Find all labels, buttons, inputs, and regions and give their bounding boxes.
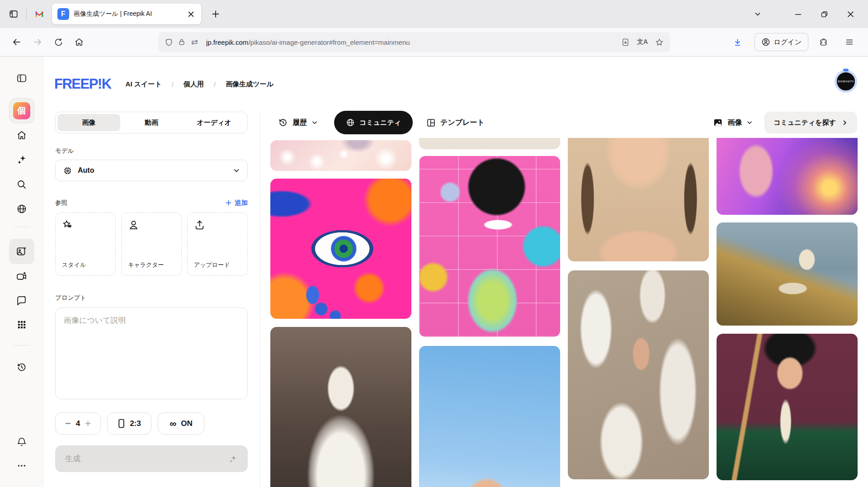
grid-image-pop-art-eye[interactable] — [270, 179, 411, 319]
image-count-stepper[interactable]: 4 — [55, 412, 101, 435]
model-label: モデル — [55, 147, 248, 155]
freepik-logo[interactable]: FREEP!K — [54, 76, 111, 92]
chevron-down-icon — [746, 119, 753, 126]
avatar[interactable]: BIGBIKETV — [835, 70, 857, 93]
grid-image-freckled-girl-glasses[interactable] — [568, 138, 709, 261]
tab-close-icon[interactable] — [185, 8, 197, 20]
history-label: 履歴 — [292, 118, 307, 128]
ai-sparkles-icon[interactable] — [12, 150, 32, 170]
lock-icon[interactable] — [178, 38, 186, 46]
template-label: テンプレート — [440, 118, 485, 128]
pinned-tab-gmail[interactable] — [30, 5, 48, 23]
explore-community-button[interactable]: コミュニティを探す — [764, 112, 857, 133]
grid-image-classical-statues[interactable] — [568, 270, 709, 479]
community-tab[interactable]: コミュニティ — [334, 111, 413, 134]
image-count-value: 4 — [76, 419, 80, 428]
breadcrumb-image-generator[interactable]: 画像生成ツール — [226, 80, 274, 89]
app-header: FREEP!K AI スイート / 個人用 / 画像生成ツール BIGBIKET… — [43, 57, 868, 112]
tab-video[interactable]: 動画 — [120, 114, 183, 131]
reference-style-button[interactable]: スタイル — [55, 213, 116, 276]
model-select[interactable]: Auto — [55, 160, 248, 181]
notifications-bell-icon[interactable] — [12, 432, 32, 452]
workspace-button[interactable]: 個 — [9, 98, 34, 123]
login-button[interactable]: ログイン — [755, 33, 808, 51]
globe-icon — [346, 118, 355, 127]
community-label: コミュニティ — [359, 118, 401, 127]
app-sidebar: 個 — [0, 57, 43, 487]
sidebar-item-ai-chat[interactable] — [12, 290, 32, 310]
template-tab[interactable]: テンプレート — [426, 118, 485, 128]
sidebar-toggle-icon[interactable] — [12, 68, 32, 88]
tab-title: 画像生成ツール | Freepik AI — [74, 10, 185, 18]
url-text[interactable]: jp.freepik.com/pikaso/ai-image-generator… — [206, 38, 621, 46]
globe-icon[interactable] — [12, 199, 32, 219]
sidebar-item-video-generator[interactable] — [12, 266, 32, 286]
minimize-button[interactable] — [785, 5, 811, 24]
grid-image-blonde-sunset[interactable] — [717, 138, 858, 215]
back-button[interactable] — [7, 33, 26, 51]
media-filter-dropdown[interactable]: 画像 — [713, 118, 753, 128]
tab-audio[interactable]: オーディオ — [183, 114, 245, 131]
grid-image-pink-sparkle-fragment[interactable] — [270, 140, 411, 171]
permissions-icon[interactable] — [190, 38, 199, 47]
tab-image[interactable]: 画像 — [57, 114, 120, 131]
home-button[interactable] — [70, 33, 89, 51]
window-close-button[interactable] — [837, 5, 863, 24]
gmail-icon — [34, 9, 44, 19]
upload-icon — [194, 219, 241, 231]
breadcrumb-personal[interactable]: 個人用 — [184, 80, 204, 89]
grid-image-noodle-portrait[interactable] — [717, 334, 858, 480]
reference-character-label: キャラクター — [128, 261, 175, 269]
menu-icon[interactable] — [840, 33, 859, 51]
sidebar-item-apps-grid[interactable] — [12, 315, 32, 335]
downloads-icon[interactable] — [728, 33, 747, 51]
active-tab[interactable]: F 画像生成ツール | Freepik AI — [52, 4, 201, 24]
bookmark-star-icon[interactable] — [655, 38, 664, 47]
history-dropdown[interactable]: 履歴 — [278, 118, 318, 128]
sidebar-item-history[interactable] — [12, 357, 32, 377]
grid-image-white-borzoi-dog[interactable] — [270, 327, 411, 487]
url-bar[interactable]: jp.freepik.com/pikaso/ai-image-generator… — [158, 32, 670, 52]
account-icon — [761, 38, 770, 47]
breadcrumb-ai-suite[interactable]: AI スイート — [126, 80, 162, 89]
url-host: jp.freepik.com — [206, 38, 248, 46]
home-nav-icon[interactable] — [12, 125, 32, 145]
forward-button[interactable] — [28, 33, 47, 51]
prompt-input[interactable] — [55, 307, 248, 399]
infinity-icon: ∞ — [170, 419, 176, 428]
generate-button[interactable]: 生成 — [55, 445, 248, 472]
model-value: Auto — [78, 166, 227, 175]
add-reference-button[interactable]: 追加 — [225, 199, 248, 207]
login-label: ログイン — [774, 38, 802, 47]
aspect-ratio-button[interactable]: 2:3 — [107, 412, 151, 435]
reload-button[interactable] — [49, 33, 68, 51]
freepik-favicon: F — [57, 8, 69, 20]
grid-image-retro-pink-singer[interactable] — [419, 156, 560, 337]
translate-icon[interactable]: 文A — [637, 38, 648, 46]
avatar-label: BIGBIKETV — [838, 80, 854, 83]
media-type-tabs: 画像 動画 オーディオ — [55, 112, 248, 133]
grid-image-beige-fragment[interactable] — [419, 138, 560, 149]
grid-image-couple-on-cliff[interactable] — [717, 222, 858, 326]
extensions-icon[interactable] — [814, 33, 833, 51]
reference-upload-button[interactable]: アップロード — [187, 213, 248, 276]
new-tab-button[interactable] — [207, 5, 225, 23]
shield-icon[interactable] — [165, 38, 173, 47]
community-feed: 履歴 コミュニティ テンプレート — [260, 112, 868, 487]
history-clock-icon — [278, 118, 288, 128]
plus-icon[interactable] — [85, 420, 91, 427]
minus-icon[interactable] — [65, 420, 71, 427]
avatar-status-dot — [843, 69, 849, 71]
grid-image-girl-blue-sky[interactable] — [419, 346, 560, 487]
search-icon[interactable] — [12, 175, 32, 194]
save-page-icon[interactable] — [621, 38, 630, 47]
sidebar-item-image-generator[interactable] — [9, 239, 34, 264]
aspect-ratio-value: 2:3 — [130, 419, 141, 428]
reference-character-button[interactable]: キャラクター — [121, 213, 182, 276]
breadcrumb-separator: / — [214, 80, 216, 88]
more-options-icon[interactable] — [12, 456, 32, 476]
firefox-view-button[interactable] — [5, 5, 23, 23]
list-all-tabs-button[interactable] — [749, 5, 767, 23]
endless-toggle[interactable]: ∞ ON — [158, 412, 204, 435]
restore-button[interactable] — [811, 5, 837, 24]
